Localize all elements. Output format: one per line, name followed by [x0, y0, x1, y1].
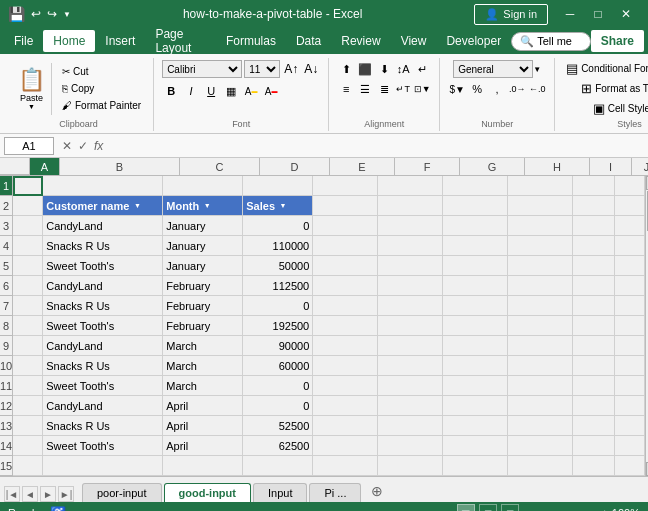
row-header-13[interactable]: 13 — [0, 416, 13, 436]
cell-g10[interactable] — [443, 356, 508, 376]
tell-me-input[interactable]: 🔍 Tell me — [511, 32, 591, 51]
cell-e12[interactable] — [313, 396, 378, 416]
cell-j6[interactable] — [615, 276, 645, 296]
align-bottom-button[interactable]: ⬇ — [375, 60, 393, 78]
cell-i15[interactable] — [573, 456, 615, 476]
row-header-6[interactable]: 6 — [0, 276, 13, 296]
cell-e6[interactable] — [313, 276, 378, 296]
cell-f6[interactable] — [378, 276, 443, 296]
cell-g14[interactable] — [443, 436, 508, 456]
cell-c12[interactable]: April — [163, 396, 243, 416]
col-header-e[interactable]: E — [330, 158, 395, 175]
number-format-select[interactable]: General — [453, 60, 533, 78]
cell-i11[interactable] — [573, 376, 615, 396]
cell-e5[interactable] — [313, 256, 378, 276]
row-header-12[interactable]: 12 — [0, 396, 13, 416]
col-header-h[interactable]: H — [525, 158, 590, 175]
menu-review[interactable]: Review — [331, 30, 390, 52]
cell-d9[interactable]: 90000 — [243, 336, 313, 356]
cut-button[interactable]: ✂ Cut — [58, 64, 145, 80]
cell-g6[interactable] — [443, 276, 508, 296]
cell-g8[interactable] — [443, 316, 508, 336]
cell-c3[interactable]: January — [163, 216, 243, 236]
underline-button[interactable]: U — [202, 82, 220, 100]
cell-c1[interactable] — [163, 176, 243, 196]
col-header-f[interactable]: F — [395, 158, 460, 175]
menu-file[interactable]: File — [4, 30, 43, 52]
cell-c4[interactable]: January — [163, 236, 243, 256]
cell-b3[interactable]: CandyLand — [43, 216, 163, 236]
cell-a12[interactable] — [13, 396, 43, 416]
cell-j14[interactable] — [615, 436, 645, 456]
cell-i9[interactable] — [573, 336, 615, 356]
row-header-8[interactable]: 8 — [0, 316, 13, 336]
cell-c11[interactable]: March — [163, 376, 243, 396]
row-header-11[interactable]: 11 — [0, 376, 13, 396]
row-header-14[interactable]: 14 — [0, 436, 13, 456]
cell-e15[interactable] — [313, 456, 378, 476]
cell-j10[interactable] — [615, 356, 645, 376]
cell-f8[interactable] — [378, 316, 443, 336]
cell-b14[interactable]: Sweet Tooth's — [43, 436, 163, 456]
cell-a13[interactable] — [13, 416, 43, 436]
cell-h9[interactable] — [508, 336, 573, 356]
minimize-button[interactable]: ─ — [556, 0, 584, 28]
cell-b4[interactable]: Snacks R Us — [43, 236, 163, 256]
save-icon[interactable]: 💾 — [8, 6, 25, 22]
cell-b11[interactable]: Sweet Tooth's — [43, 376, 163, 396]
copy-button[interactable]: ⎘ Copy — [58, 81, 145, 97]
cell-a6[interactable] — [13, 276, 43, 296]
cell-j7[interactable] — [615, 296, 645, 316]
cell-f9[interactable] — [378, 336, 443, 356]
row-header-9[interactable]: 9 — [0, 336, 13, 356]
sheet-nav-prev[interactable]: ◄ — [22, 486, 38, 502]
cell-j13[interactable] — [615, 416, 645, 436]
row-header-3[interactable]: 3 — [0, 216, 13, 236]
paste-button[interactable]: 📋 Paste ▼ — [12, 63, 52, 115]
cell-h14[interactable] — [508, 436, 573, 456]
bold-button[interactable]: B — [162, 82, 180, 100]
cell-c6[interactable]: February — [163, 276, 243, 296]
cell-j2[interactable] — [615, 196, 645, 216]
confirm-formula-icon[interactable]: ✓ — [78, 139, 88, 153]
cell-d12[interactable]: 0 — [243, 396, 313, 416]
cell-e14[interactable] — [313, 436, 378, 456]
undo-icon[interactable]: ↩ — [31, 7, 41, 21]
cell-c10[interactable]: March — [163, 356, 243, 376]
cell-d3[interactable]: 0 — [243, 216, 313, 236]
cell-e7[interactable] — [313, 296, 378, 316]
cell-i5[interactable] — [573, 256, 615, 276]
increase-font-button[interactable]: A↑ — [282, 60, 300, 78]
menu-data[interactable]: Data — [286, 30, 331, 52]
cell-b15[interactable] — [43, 456, 163, 476]
cell-styles-button[interactable]: ▣ Cell Styles ▼ — [590, 100, 648, 117]
cell-h15[interactable] — [508, 456, 573, 476]
cell-i2[interactable] — [573, 196, 615, 216]
cell-g5[interactable] — [443, 256, 508, 276]
comma-button[interactable]: , — [488, 80, 506, 98]
cell-a8[interactable] — [13, 316, 43, 336]
cell-d11[interactable]: 0 — [243, 376, 313, 396]
formula-input[interactable] — [111, 137, 644, 155]
align-middle-button[interactable]: ⬛ — [356, 60, 374, 78]
row-header-5[interactable]: 5 — [0, 256, 13, 276]
cell-d7[interactable]: 0 — [243, 296, 313, 316]
cell-i3[interactable] — [573, 216, 615, 236]
cell-e1[interactable] — [313, 176, 378, 196]
cell-i1[interactable] — [573, 176, 615, 196]
cell-i4[interactable] — [573, 236, 615, 256]
row-header-4[interactable]: 4 — [0, 236, 13, 256]
merge-button[interactable]: ⊡▼ — [413, 80, 431, 98]
col-header-c[interactable]: C — [180, 158, 260, 175]
cell-i6[interactable] — [573, 276, 615, 296]
cell-h8[interactable] — [508, 316, 573, 336]
menu-page-layout[interactable]: Page Layout — [145, 23, 216, 59]
conditional-formatting-button[interactable]: ▤ Conditional Formatting ▼ — [563, 60, 648, 77]
cell-f5[interactable] — [378, 256, 443, 276]
font-size-select[interactable]: 11 — [244, 60, 280, 78]
cell-e2[interactable] — [313, 196, 378, 216]
row-header-15[interactable]: 15 — [0, 456, 13, 476]
cell-f2[interactable] — [378, 196, 443, 216]
add-sheet-button[interactable]: ⊕ — [363, 480, 391, 502]
menu-view[interactable]: View — [391, 30, 437, 52]
